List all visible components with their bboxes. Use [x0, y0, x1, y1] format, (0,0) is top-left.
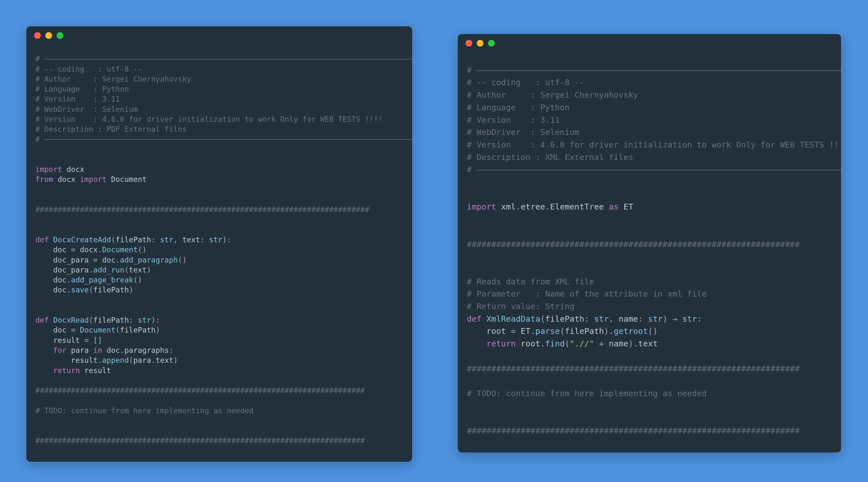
section-separator: ########################################…	[467, 426, 800, 436]
header-author: # Author : Sergei Chernyahovsky	[35, 75, 191, 83]
header-drv-version: # Version : 4.6.0 for driver initializat…	[35, 115, 382, 123]
string-literal: ".//"	[570, 339, 594, 348]
type: str	[648, 314, 663, 324]
header-webdriver: # WebDriver : Selenium	[467, 128, 579, 137]
header-webdriver: # WebDriver : Selenium	[35, 105, 138, 114]
todo-comment: # TODO: continue from here implementing …	[467, 389, 707, 398]
func-name: DocxRead	[53, 316, 89, 324]
section-separator: ########################################…	[35, 205, 369, 214]
header-coding: # -- coding : utf-8 --	[467, 78, 585, 87]
kw-def: def	[35, 235, 53, 244]
kw-return: return	[487, 339, 516, 348]
header-language: # Language : Python	[467, 103, 570, 112]
header-description: # Description : XML External files	[467, 153, 633, 162]
kw-from: from	[35, 175, 53, 184]
type: str	[209, 235, 222, 244]
header-drv-version: # Version : 4.6.0 for driver initializat…	[467, 140, 841, 150]
code-window-left: # ——————————————————————————————————————…	[26, 26, 412, 462]
param: text	[182, 235, 200, 244]
param: name	[619, 314, 638, 324]
window-controls	[458, 40, 841, 52]
arrow-icon: →	[673, 314, 682, 324]
import-name: Document	[107, 175, 147, 184]
kw-import: import	[80, 175, 106, 184]
header-rule: # ——————————————————————————————————————…	[35, 134, 412, 144]
header-coding: # -- coding : utf-8 --	[35, 65, 142, 73]
kw-import: import	[35, 165, 62, 173]
kw-import: import	[467, 202, 496, 212]
section-separator: ########################################…	[35, 437, 365, 445]
header-author: # Author : Sergei Chernyahovsky	[467, 90, 638, 100]
type: str	[594, 314, 609, 324]
type: str	[160, 235, 174, 244]
header-description: # Description : PDF External files	[35, 125, 187, 133]
doc-comment: # Parameter : Name of the attribute in x…	[467, 289, 707, 298]
param: filePath	[93, 316, 129, 324]
header-rule: # ——————————————————————————————————————…	[467, 164, 841, 176]
section-separator: ########################################…	[467, 240, 800, 249]
close-icon[interactable]	[465, 40, 472, 46]
header-language: # Language : Python	[35, 85, 129, 93]
kw-def: def	[467, 314, 487, 324]
type: str	[138, 316, 151, 324]
section-separator: ########################################…	[467, 364, 800, 374]
kw-as: as	[609, 202, 619, 212]
zoom-icon[interactable]	[57, 32, 63, 39]
header-rule: # ——————————————————————————————————————…	[467, 64, 841, 77]
code-window-right: # ——————————————————————————————————————…	[458, 34, 841, 452]
header-version: # Version : 3.11	[467, 115, 560, 125]
minimize-icon[interactable]	[477, 40, 484, 46]
doc-comment: # Reads data from XML file	[467, 277, 594, 286]
todo-comment: # TODO: continue from here implementing …	[35, 407, 254, 415]
param: filePath	[116, 235, 151, 244]
window-controls	[26, 32, 412, 44]
kw-in: in	[93, 346, 102, 354]
kw-def: def	[35, 316, 53, 324]
code-area-right[interactable]: # ——————————————————————————————————————…	[458, 52, 841, 437]
func-name: DocxCreateAdd	[53, 235, 111, 244]
section-separator: ########################################…	[35, 386, 365, 395]
header-version: # Version : 3.11	[35, 95, 120, 103]
type: str	[682, 314, 697, 324]
doc-comment: # Return value: String	[467, 302, 575, 311]
close-icon[interactable]	[34, 32, 41, 39]
minimize-icon[interactable]	[45, 32, 52, 39]
import-module: docx	[62, 165, 84, 173]
import-module: docx	[53, 175, 80, 184]
func-name: XmlReadData	[487, 314, 540, 324]
kw-return: return	[53, 366, 80, 375]
code-area-left[interactable]: # ——————————————————————————————————————…	[26, 44, 412, 446]
kw-for: for	[53, 346, 66, 354]
param: filePath	[545, 314, 585, 324]
zoom-icon[interactable]	[488, 40, 495, 46]
header-rule: # ——————————————————————————————————————…	[35, 54, 412, 64]
